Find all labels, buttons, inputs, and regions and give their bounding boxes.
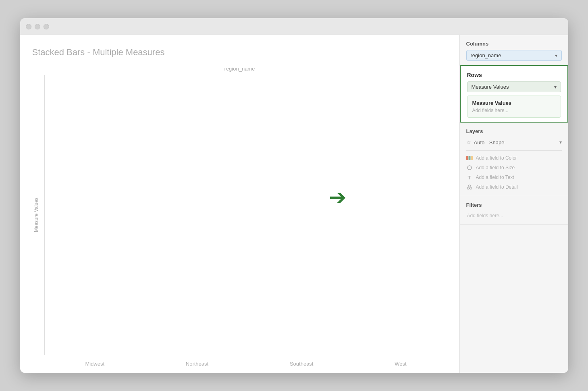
filters-placeholder: Add fields here... [466,211,562,220]
filters-section: Filters Add fields here... [460,196,568,225]
chart-title: Stacked Bars - Multiple Measures [32,47,447,58]
svg-point-3 [467,166,472,170]
rows-field-value: Measure Values [472,84,509,90]
columns-section: Columns region_name ▾ [460,35,568,65]
columns-field-value: region_name [471,52,501,58]
star-icon: ☆ [466,139,472,146]
rows-field-pill[interactable]: Measure Values ▾ [467,81,561,92]
layers-text-row[interactable]: T Add a field to Text [466,173,562,182]
columns-dropdown-arrow[interactable]: ▾ [555,53,557,58]
right-panel: Columns region_name ▾ Rows Measure Value… [459,35,568,373]
titlebar [20,18,568,35]
add-color-label: Add a field to Color [476,155,517,161]
text-icon: T [466,174,473,181]
application-window: Stacked Bars - Multiple Measures region_… [20,18,568,373]
pointer-arrow: ➔ [329,187,347,208]
layers-label: Layers [466,128,562,134]
rows-section: Rows Measure Values ▾ Measure Values Add… [460,65,568,123]
x-tick-southeast: Southeast [290,361,314,367]
svg-rect-2 [471,156,473,160]
add-size-label: Add a field to Size [476,165,515,171]
columns-label: Columns [466,41,562,47]
x-tick-midwest: Midwest [85,361,104,367]
rows-label: Rows [467,72,561,78]
auto-shape-label: Auto - Shape [474,139,505,146]
size-icon [466,164,473,171]
chart-inner: Measure Values Midwest Northeast Southea… [32,75,447,355]
detail-icon [466,184,473,190]
layers-section: Layers ☆ Auto - Shape ▾ [460,123,568,196]
maximize-button[interactable] [44,24,49,29]
x-axis-label: region_name [32,66,447,72]
rows-dropdown-arrow[interactable]: ▾ [554,84,557,90]
measure-values-card: Measure Values Add fields here... [467,96,561,118]
auto-shape-dropdown-arrow[interactable]: ▾ [559,139,562,145]
svg-rect-0 [466,156,468,160]
add-text-label: Add a field to Text [476,175,514,180]
x-axis-ticks: Midwest Northeast Southeast West [45,361,447,367]
auto-shape-left: ☆ Auto - Shape [466,139,505,146]
svg-point-5 [470,187,472,189]
layers-detail-row[interactable]: Add a field to Detail [466,182,562,192]
x-tick-northeast: Northeast [186,361,208,367]
close-button[interactable] [26,24,31,29]
add-detail-label: Add a field to Detail [476,184,518,190]
svg-point-6 [468,185,470,187]
chart-area: Stacked Bars - Multiple Measures region_… [20,35,459,373]
chart-plot: Midwest Northeast Southeast West [44,75,447,355]
chart-container: region_name Measure Values Midwest North… [32,66,447,355]
minimize-button[interactable] [35,24,40,29]
y-axis-label: Measure Values [32,75,40,355]
filters-label: Filters [466,202,562,208]
columns-field-pill[interactable]: region_name ▾ [466,50,562,61]
main-content: Stacked Bars - Multiple Measures region_… [20,35,568,373]
layers-color-row[interactable]: Add a field to Color [466,153,562,163]
svg-point-4 [467,187,469,189]
svg-rect-1 [468,156,470,160]
measure-values-title: Measure Values [472,100,556,106]
auto-shape-row[interactable]: ☆ Auto - Shape ▾ [466,137,562,147]
layers-size-row[interactable]: Add a field to Size [466,163,562,173]
layers-divider [466,150,562,151]
x-tick-west: West [395,361,406,367]
color-icon [466,155,473,161]
measure-values-placeholder: Add fields here... [472,108,556,113]
arrow-container: ➔ [329,187,347,208]
